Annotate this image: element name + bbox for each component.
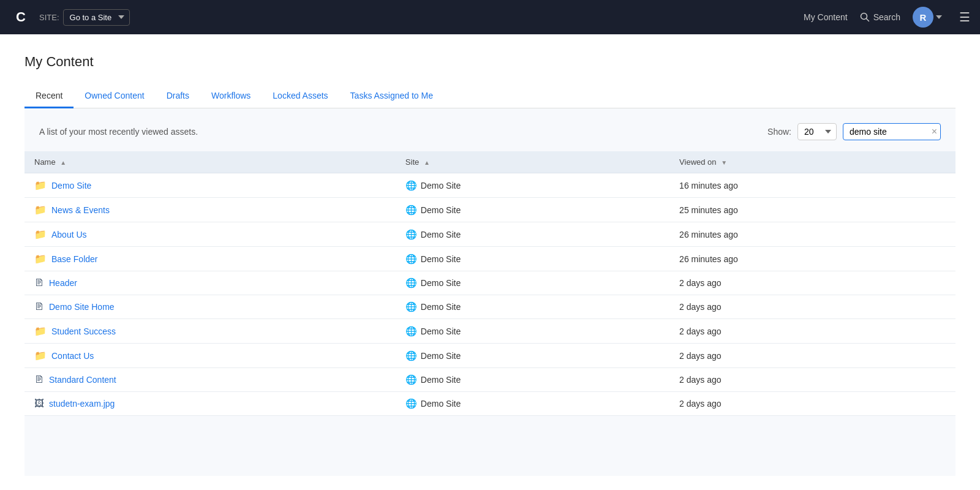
site-name: Demo Site <box>421 399 461 409</box>
cell-name: 📁 Demo Site <box>24 173 396 198</box>
table-row[interactable]: 📁 Student Success 🌐 Demo Site 2 days ago <box>24 319 956 344</box>
item-name[interactable]: Demo Site <box>51 181 91 190</box>
app-logo[interactable]: C <box>10 6 32 28</box>
main-area: A list of your most recently viewed asse… <box>24 108 956 476</box>
col-viewed-on[interactable]: Viewed on ▼ <box>669 151 956 173</box>
site-name: Demo Site <box>421 181 461 190</box>
viewed-on-value: 25 minutes ago <box>679 205 738 215</box>
globe-icon: 🌐 <box>405 326 417 337</box>
viewed-on-value: 2 days ago <box>679 375 722 385</box>
table-search-wrap: × <box>843 123 941 140</box>
cell-name: 🖹 Header <box>24 271 396 295</box>
item-name[interactable]: Demo Site Home <box>49 302 115 312</box>
globe-icon: 🌐 <box>405 229 417 240</box>
globe-icon: 🌐 <box>405 398 417 409</box>
tabs-bar: Recent Owned Content Drafts Workflows Lo… <box>24 85 956 108</box>
site-name: Demo Site <box>421 351 461 361</box>
table-row[interactable]: 🖹 Demo Site Home 🌐 Demo Site 2 days ago <box>24 295 956 319</box>
cell-site: 🌐 Demo Site <box>396 173 669 198</box>
tab-recent[interactable]: Recent <box>24 85 74 108</box>
site-name: Demo Site <box>421 254 461 264</box>
topnav-left: C SITE: Go to a Site <box>10 6 130 28</box>
search-icon <box>860 12 870 22</box>
item-name[interactable]: Standard Content <box>49 375 116 385</box>
filter-bar: A list of your most recently viewed asse… <box>24 123 956 151</box>
item-name[interactable]: News & Events <box>51 205 110 215</box>
show-select[interactable]: 10 20 50 100 <box>797 123 837 140</box>
site-dropdown[interactable]: Go to a Site <box>63 9 130 26</box>
cell-site: 🌐 Demo Site <box>396 247 669 271</box>
site-name: Demo Site <box>421 278 461 288</box>
tab-tasks-assigned[interactable]: Tasks Assigned to Me <box>339 85 444 108</box>
content-table: Name ▲ Site ▲ Viewed on ▼ <box>24 151 956 416</box>
globe-icon: 🌐 <box>405 205 417 216</box>
table-row[interactable]: 📁 News & Events 🌐 Demo Site 25 minutes a… <box>24 198 956 222</box>
table-header: Name ▲ Site ▲ Viewed on ▼ <box>24 151 956 173</box>
col-site[interactable]: Site ▲ <box>396 151 669 173</box>
globe-icon: 🌐 <box>405 180 417 191</box>
cell-site: 🌐 Demo Site <box>396 368 669 392</box>
site-selector: SITE: Go to a Site <box>39 9 130 26</box>
cell-name: 🖼 studetn-exam.jpg <box>24 392 396 416</box>
cell-name: 📁 Student Success <box>24 319 396 344</box>
table-row[interactable]: 📁 Demo Site 🌐 Demo Site 16 minutes ago <box>24 173 956 198</box>
folder-icon: 📁 <box>34 350 47 361</box>
cell-viewed-on: 2 days ago <box>669 368 956 392</box>
user-menu[interactable]: R <box>913 7 942 28</box>
search-label: Search <box>873 12 900 22</box>
tab-owned-content[interactable]: Owned Content <box>74 85 155 108</box>
cell-viewed-on: 26 minutes ago <box>669 222 956 247</box>
show-label: Show: <box>767 127 791 137</box>
viewed-on-value: 2 days ago <box>679 302 722 312</box>
cell-name: 📁 Base Folder <box>24 247 396 271</box>
image-icon: 🖼 <box>34 398 44 409</box>
item-name[interactable]: Header <box>49 278 77 288</box>
table-row[interactable]: 🖹 Standard Content 🌐 Demo Site 2 days ag… <box>24 368 956 392</box>
cell-viewed-on: 16 minutes ago <box>669 173 956 198</box>
table-row[interactable]: 🖼 studetn-exam.jpg 🌐 Demo Site 2 days ag… <box>24 392 956 416</box>
cell-name: 📁 About Us <box>24 222 396 247</box>
cell-site: 🌐 Demo Site <box>396 198 669 222</box>
table-row[interactable]: 📁 About Us 🌐 Demo Site 26 minutes ago <box>24 222 956 247</box>
viewed-on-value: 26 minutes ago <box>679 254 738 264</box>
item-name[interactable]: Base Folder <box>51 254 97 264</box>
cell-viewed-on: 2 days ago <box>669 295 956 319</box>
user-avatar: R <box>913 7 933 28</box>
search-clear-button[interactable]: × <box>932 127 937 137</box>
cell-site: 🌐 Demo Site <box>396 319 669 344</box>
table-row[interactable]: 📁 Contact Us 🌐 Demo Site 2 days ago <box>24 344 956 368</box>
table-row[interactable]: 🖹 Header 🌐 Demo Site 2 days ago <box>24 271 956 295</box>
search-button[interactable]: Search <box>860 12 900 22</box>
document-icon: 🖹 <box>34 301 44 312</box>
site-name: Demo Site <box>421 375 461 385</box>
cell-viewed-on: 26 minutes ago <box>669 247 956 271</box>
cell-name: 🖹 Standard Content <box>24 368 396 392</box>
item-name[interactable]: studetn-exam.jpg <box>49 399 115 409</box>
viewed-on-value: 2 days ago <box>679 399 722 409</box>
cell-viewed-on: 2 days ago <box>669 271 956 295</box>
item-name[interactable]: Contact Us <box>51 351 94 361</box>
viewed-on-value: 2 days ago <box>679 326 722 336</box>
folder-icon: 📁 <box>34 228 47 240</box>
viewed-sort-arrow: ▼ <box>721 159 727 166</box>
item-name[interactable]: Student Success <box>51 326 116 336</box>
topnav-right: My Content Search R ☰ <box>804 7 970 28</box>
tab-workflows[interactable]: Workflows <box>200 85 262 108</box>
viewed-on-value: 2 days ago <box>679 278 722 288</box>
viewed-on-value: 2 days ago <box>679 351 722 361</box>
tab-drafts[interactable]: Drafts <box>156 85 200 108</box>
document-icon: 🖹 <box>34 277 44 288</box>
folder-icon: 📁 <box>34 253 47 265</box>
top-navigation: C SITE: Go to a Site My Content Search R… <box>0 0 980 34</box>
table-search-input[interactable] <box>843 123 941 140</box>
hamburger-menu[interactable]: ☰ <box>959 10 970 24</box>
table-row[interactable]: 📁 Base Folder 🌐 Demo Site 26 minutes ago <box>24 247 956 271</box>
cell-viewed-on: 25 minutes ago <box>669 198 956 222</box>
cell-site: 🌐 Demo Site <box>396 392 669 416</box>
col-name[interactable]: Name ▲ <box>24 151 396 173</box>
globe-icon: 🌐 <box>405 254 417 265</box>
item-name[interactable]: About Us <box>51 230 87 239</box>
my-content-nav-link[interactable]: My Content <box>804 12 848 22</box>
tab-locked-assets[interactable]: Locked Assets <box>262 85 339 108</box>
viewed-on-value: 16 minutes ago <box>679 181 738 190</box>
